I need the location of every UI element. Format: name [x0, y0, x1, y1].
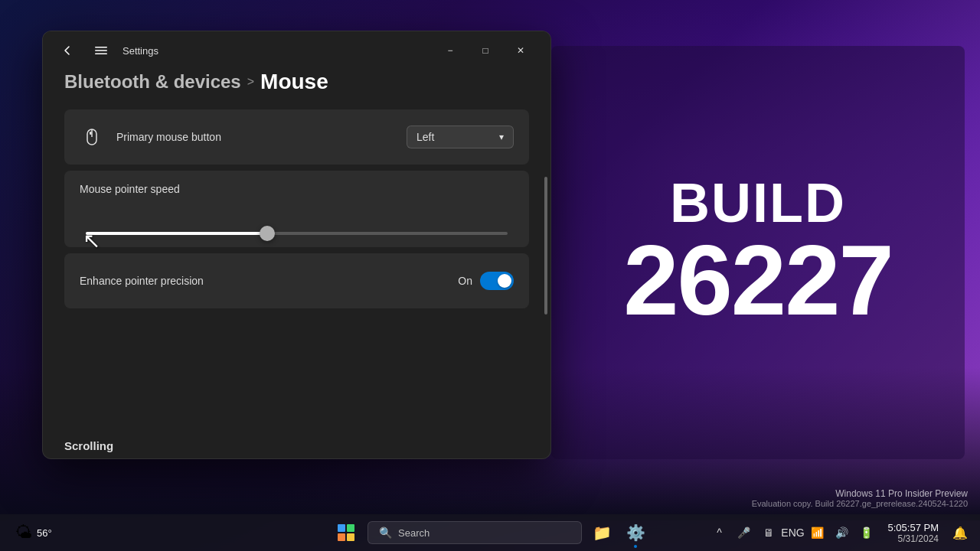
minimize-button[interactable]: −: [433, 38, 468, 63]
watermark-line1: Windows 11 Pro Insider Preview: [752, 488, 968, 499]
search-bar[interactable]: 🔍 Search: [368, 521, 582, 544]
language-indicator[interactable]: ENG: [782, 522, 804, 543]
breadcrumb-separator: >: [247, 75, 254, 89]
search-icon: 🔍: [379, 527, 392, 539]
svg-rect-5: [90, 132, 92, 135]
pointer-speed-label: Mouse pointer speed: [80, 183, 180, 195]
build-label: BUILD: [670, 175, 846, 230]
pointer-speed-card: Mouse pointer speed: [64, 171, 529, 247]
clock-time: 5:05:57 PM: [888, 522, 939, 533]
mouse-icon: [80, 125, 104, 149]
menu-button[interactable]: [89, 38, 113, 63]
toggle-state-label: On: [458, 275, 472, 287]
window-title: Settings: [122, 45, 158, 57]
window-controls: − □ ✕: [433, 38, 538, 63]
clock[interactable]: 5:05:57 PM 5/31/2024: [884, 520, 944, 546]
breadcrumb: Bluetooth & devices > Mouse: [43, 70, 550, 109]
wifi-icon[interactable]: 📶: [807, 522, 828, 543]
display-icon[interactable]: 🖥: [758, 522, 779, 543]
start-button[interactable]: [331, 517, 361, 548]
enhance-precision-label: Enhance pointer precision: [80, 275, 204, 287]
slider-fill: [86, 232, 267, 235]
settings-window: Settings − □ ✕ Bluetooth & devices > Mou…: [42, 31, 551, 459]
dropdown-arrow-icon: ▾: [499, 132, 504, 142]
breadcrumb-current: Mouse: [260, 70, 328, 94]
toggle-knob: [498, 274, 511, 288]
primary-button-card: Primary mouse button Left ▾: [64, 109, 529, 165]
watermark: Windows 11 Pro Insider Preview Evaluatio…: [752, 488, 968, 508]
build-number: 26227: [623, 230, 893, 330]
file-explorer-button[interactable]: 📁: [588, 519, 616, 546]
enhance-precision-toggle[interactable]: [480, 272, 514, 290]
settings-content: Primary mouse button Left ▾ Mouse pointe…: [43, 109, 550, 427]
build-overlay: BUILD 26227: [551, 46, 965, 459]
close-button[interactable]: ✕: [503, 38, 538, 63]
battery-icon[interactable]: 🔋: [856, 522, 877, 543]
weather-icon: 🌤: [15, 523, 32, 543]
weather-widget[interactable]: 🌤 56°: [9, 520, 58, 546]
taskbar-center: 🔍 Search 📁 ⚙️: [331, 517, 649, 548]
dropdown-value: Left: [416, 131, 434, 143]
breadcrumb-parent[interactable]: Bluetooth & devices: [64, 71, 241, 93]
title-bar-left: Settings: [55, 38, 158, 63]
back-button[interactable]: [55, 38, 80, 63]
pointer-speed-slider-row: [80, 232, 514, 235]
watermark-line2: Evaluation copy. Build 26227.ge_prerelea…: [752, 499, 968, 508]
settings-taskbar-button[interactable]: ⚙️: [622, 519, 649, 546]
search-text: Search: [398, 527, 430, 539]
chevron-up-icon[interactable]: ^: [709, 522, 730, 543]
svg-rect-0: [95, 47, 107, 48]
taskbar-right: ^ 🎤 🖥 ENG 📶 🔊 🔋 5:05:57 PM 5/31/2024 🔔: [709, 520, 972, 546]
primary-button-left: Primary mouse button: [80, 125, 221, 149]
svg-rect-2: [95, 54, 107, 55]
pointer-speed-slider[interactable]: [86, 232, 508, 235]
system-tray: ^ 🎤 🖥 ENG 📶 🔊 🔋: [709, 522, 877, 543]
svg-rect-1: [95, 50, 107, 51]
volume-icon[interactable]: 🔊: [831, 522, 853, 543]
primary-button-label: Primary mouse button: [116, 131, 221, 143]
notification-button[interactable]: 🔔: [949, 522, 971, 543]
slider-thumb[interactable]: [260, 226, 275, 241]
title-bar: Settings − □ ✕: [43, 31, 550, 70]
taskbar-left: 🌤 56°: [9, 520, 58, 546]
weather-temp: 56°: [37, 527, 52, 539]
scrollbar[interactable]: [544, 177, 547, 315]
taskbar: 🌤 56° 🔍 Search 📁 ⚙️ ^ 🎤 🖥 ENG: [0, 514, 980, 551]
enhance-precision-card: Enhance pointer precision On: [64, 253, 529, 308]
maximize-button[interactable]: □: [468, 38, 503, 63]
enhance-precision-toggle-container: On: [458, 272, 514, 290]
primary-button-dropdown[interactable]: Left ▾: [407, 126, 514, 148]
scrolling-section-label: Scrolling: [43, 427, 550, 458]
windows-logo-icon: [338, 524, 354, 541]
clock-date: 5/31/2024: [898, 533, 939, 544]
microphone-icon[interactable]: 🎤: [733, 522, 755, 543]
